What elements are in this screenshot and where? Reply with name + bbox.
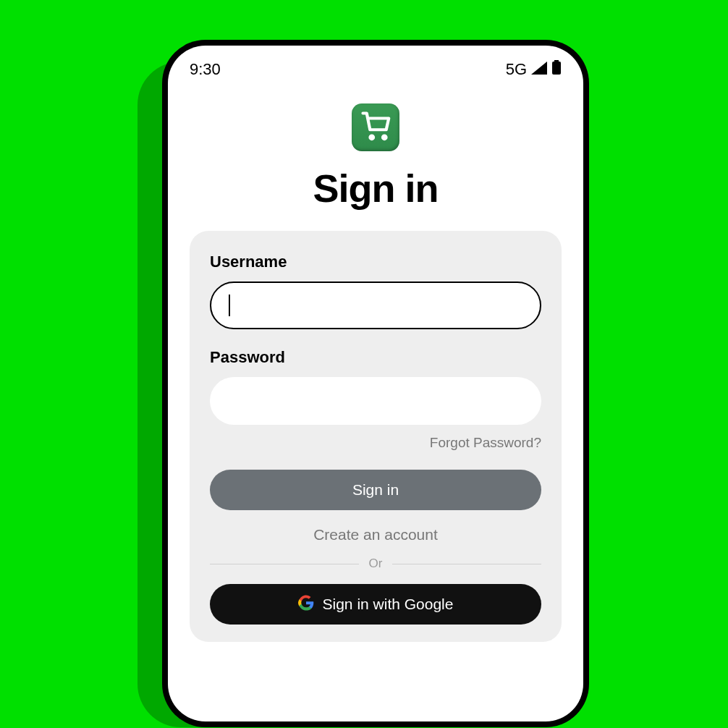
password-label: Password <box>210 348 541 367</box>
create-account-link[interactable]: Create an account <box>210 526 541 543</box>
screen: 9:30 5G <box>168 46 583 721</box>
text-cursor-icon <box>229 295 230 316</box>
cellular-icon <box>531 60 547 79</box>
google-signin-button[interactable]: Sign in with Google <box>210 584 541 625</box>
status-indicators: 5G <box>506 60 562 79</box>
app-logo <box>352 103 399 151</box>
svg-point-3 <box>383 135 386 139</box>
battery-icon <box>551 60 562 79</box>
status-bar: 9:30 5G <box>168 46 583 82</box>
page-content: Sign in Username Password Forgot Passwor… <box>168 82 583 721</box>
status-time: 9:30 <box>190 60 221 79</box>
svg-point-2 <box>370 135 373 139</box>
divider: Or <box>210 556 541 571</box>
signin-button-label: Sign in <box>352 481 399 499</box>
google-signin-label: Sign in with Google <box>323 596 454 613</box>
svg-rect-1 <box>552 62 561 75</box>
divider-text: Or <box>369 556 383 571</box>
divider-line-right <box>392 564 541 564</box>
forgot-password-link[interactable]: Forgot Password? <box>210 435 541 451</box>
username-input[interactable] <box>210 282 541 329</box>
device-frame: 9:30 5G <box>162 40 589 727</box>
username-label: Username <box>210 253 541 271</box>
network-type: 5G <box>506 60 527 79</box>
password-input[interactable] <box>210 377 541 425</box>
page-title: Sign in <box>313 166 439 211</box>
google-logo-icon <box>298 595 314 614</box>
divider-line-left <box>210 564 359 564</box>
signin-card: Username Password Forgot Password? Sign … <box>190 231 562 642</box>
svg-rect-0 <box>554 60 559 62</box>
signin-button[interactable]: Sign in <box>210 470 541 510</box>
shopping-cart-icon <box>360 111 391 144</box>
